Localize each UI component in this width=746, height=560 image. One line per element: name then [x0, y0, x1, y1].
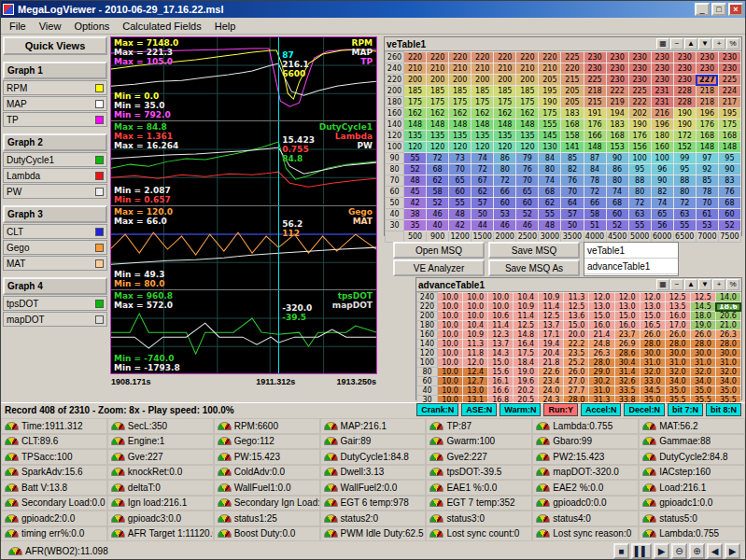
table-cell[interactable]: 17.5 [514, 349, 539, 358]
table-cell[interactable]: 66 [584, 198, 606, 209]
table-cell[interactable]: 19.6 [514, 377, 539, 386]
gauge-cell-mapdot[interactable]: mapDOT:-320.0 [532, 465, 639, 481]
gauge-cell-lambda[interactable]: Lambda:0.755 [532, 418, 639, 434]
table-cell[interactable]: 60 [516, 198, 539, 209]
table-cell[interactable]: 175 [472, 97, 494, 108]
gauge-cell-gpioadc3[interactable]: gpioadc3:0.0 [107, 511, 214, 526]
table-cell[interactable]: 53 [696, 220, 718, 231]
percent-button[interactable]: % [726, 38, 739, 49]
stop-button[interactable]: ■ [613, 543, 629, 559]
table-cell[interactable]: 97 [696, 153, 718, 164]
graph-panel-2[interactable]: Max = 84.8Max = 1.361Max = 16.264 Min = … [111, 121, 376, 205]
gauge-cell-lambda[interactable]: Lambda:0.755 [639, 526, 745, 542]
table-cell[interactable]: 13.0 [463, 386, 488, 396]
table-cell[interactable]: 30.0 [715, 349, 740, 358]
table-cell[interactable]: 12.5 [690, 293, 715, 302]
table-cell[interactable]: 16.6 [488, 386, 514, 396]
play-button[interactable]: ▶ [654, 543, 669, 559]
table-cell[interactable]: 72 [494, 175, 516, 187]
table-cell[interactable]: 32.0 [690, 368, 715, 377]
table-cell[interactable]: 162 [404, 108, 427, 119]
gauge-cell-tpsacc[interactable]: TPSacc:100 [1, 449, 107, 465]
table-cell[interactable]: 23.4 [539, 377, 564, 386]
table-cell[interactable]: 88 [628, 175, 651, 187]
table-cell[interactable]: 60 [718, 209, 740, 220]
table-cell[interactable]: 16.1 [488, 377, 514, 386]
gauge-cell-gbaro[interactable]: Gbaro:99 [532, 434, 639, 450]
table-cell[interactable]: 190 [539, 97, 561, 108]
table-cell[interactable]: 26.9 [614, 340, 640, 349]
table-cell[interactable]: 72 [584, 187, 606, 198]
table-cell[interactable]: 175 [449, 97, 472, 108]
table-cell[interactable]: 10.0 [438, 293, 463, 302]
minimize-button[interactable]: _ [695, 3, 710, 16]
table-cell[interactable]: 53 [494, 209, 516, 220]
table-cell[interactable]: 19.0 [514, 368, 539, 377]
table-cell[interactable]: 135 [472, 131, 494, 142]
table-cell[interactable]: 10.9 [463, 330, 488, 340]
increment-button[interactable]: + [712, 38, 725, 49]
gauge-cell-gammae[interactable]: Gammae:88 [639, 434, 745, 450]
gauge-cell-egt-7-temp[interactable]: EGT 7 temp:352 [426, 496, 532, 511]
table-cell[interactable]: 176 [584, 119, 606, 131]
table-cell[interactable]: 148 [584, 142, 606, 153]
table-cell[interactable]: 20.2 [514, 386, 539, 396]
sidebar-item-rpm[interactable]: RPM [3, 80, 107, 95]
table-cell[interactable]: 11.3 [564, 293, 589, 302]
table-cell[interactable]: 185 [427, 86, 449, 97]
table-cell[interactable]: 10.4 [514, 293, 539, 302]
table-cell[interactable]: 224 [718, 86, 740, 97]
sidebar-item-tpsdot[interactable]: tpsDOT [3, 296, 107, 311]
table-cell[interactable]: 12.4 [463, 368, 488, 377]
table-cell[interactable]: 152 [673, 142, 696, 153]
table-cell[interactable]: 20.4 [539, 349, 564, 358]
table-cell[interactable]: 168 [606, 131, 628, 142]
table-cell[interactable]: 222 [606, 86, 628, 97]
table-cell[interactable]: 28.0 [640, 340, 665, 349]
table-cell[interactable]: 58 [427, 187, 449, 198]
table-cell[interactable]: 120 [516, 142, 539, 153]
gauge-cell-status4[interactable]: status4:0 [532, 511, 639, 526]
table-cell[interactable]: 220 [404, 52, 427, 63]
gauge-cell-load[interactable]: Load:216.1 [639, 480, 745, 496]
table-cell[interactable]: 10.0 [438, 377, 463, 386]
table-cell[interactable]: 220 [539, 52, 561, 63]
table-cell[interactable]: 65 [516, 187, 539, 198]
gauge-cell-tpsdot[interactable]: tpsDOT:-39.5 [426, 465, 532, 481]
table-cell[interactable]: 230 [673, 63, 696, 75]
table-cell[interactable]: 230 [718, 63, 740, 75]
table-cell[interactable]: 148 [472, 119, 494, 131]
table-cell[interactable]: 79 [516, 153, 539, 164]
table-cell[interactable]: 72 [427, 153, 449, 164]
table-cell[interactable]: 10.0 [463, 293, 488, 302]
table-cell[interactable]: 27.7 [564, 386, 589, 396]
menu-item-view[interactable]: View [33, 20, 68, 33]
table-cell[interactable]: 120 [427, 142, 449, 153]
gauge-cell-rpm[interactable]: RPM:6600 [214, 418, 320, 434]
table-cell[interactable]: 135 [516, 131, 539, 142]
gauge-cell-coldadv[interactable]: ColdAdv:0.0 [214, 465, 320, 481]
table-cell[interactable]: 175 [539, 108, 561, 119]
table-cell[interactable]: 215 [561, 75, 584, 86]
gauge-cell-gpioadc2[interactable]: gpioadc2:0.0 [1, 511, 107, 526]
table-cell[interactable]: 52 [427, 198, 449, 209]
graph-panel-4[interactable]: Max = 960.8Max = 572.0 Min = -740.0Min =… [111, 290, 376, 373]
table-cell[interactable]: 32.0 [715, 368, 740, 377]
gauge-cell-tp[interactable]: TP:87 [426, 418, 532, 434]
gauge-cell-pwm-idle-duty[interactable]: PWM Idle Duty:62.5 [320, 526, 427, 542]
table-cell[interactable]: 24.8 [589, 340, 614, 349]
table-cell[interactable]: 80 [628, 187, 651, 198]
cursor-line[interactable] [278, 121, 279, 204]
table-cell[interactable]: 230 [584, 52, 606, 63]
table-cell[interactable]: 218 [584, 86, 606, 97]
save-msq-button[interactable]: Save MSQ [488, 242, 580, 259]
gauge-cell-pw[interactable]: PW:15.423 [214, 449, 320, 465]
table-cell[interactable]: 44 [472, 220, 494, 231]
sidebar-item-dutycycle1[interactable]: DutyCycle1 [3, 152, 107, 167]
table-cell[interactable]: 28.0 [665, 340, 690, 349]
table-cell[interactable]: 78 [696, 187, 718, 198]
table-list-item-advancetable1[interactable]: advanceTable1 [584, 259, 678, 274]
table-cell[interactable]: 172 [673, 131, 696, 142]
table-cell[interactable]: 230 [606, 75, 628, 86]
table-cell[interactable]: 52 [516, 209, 539, 220]
